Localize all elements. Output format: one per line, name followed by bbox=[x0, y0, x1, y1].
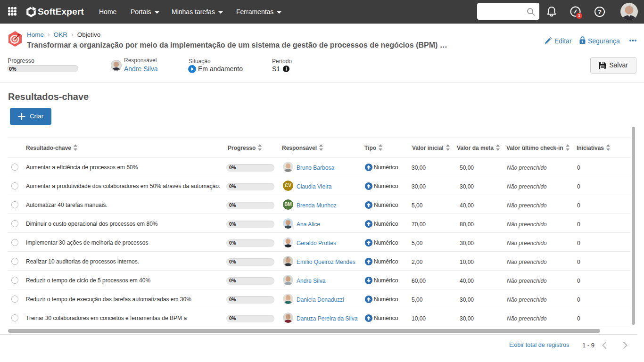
svg-text:?: ? bbox=[598, 8, 602, 16]
